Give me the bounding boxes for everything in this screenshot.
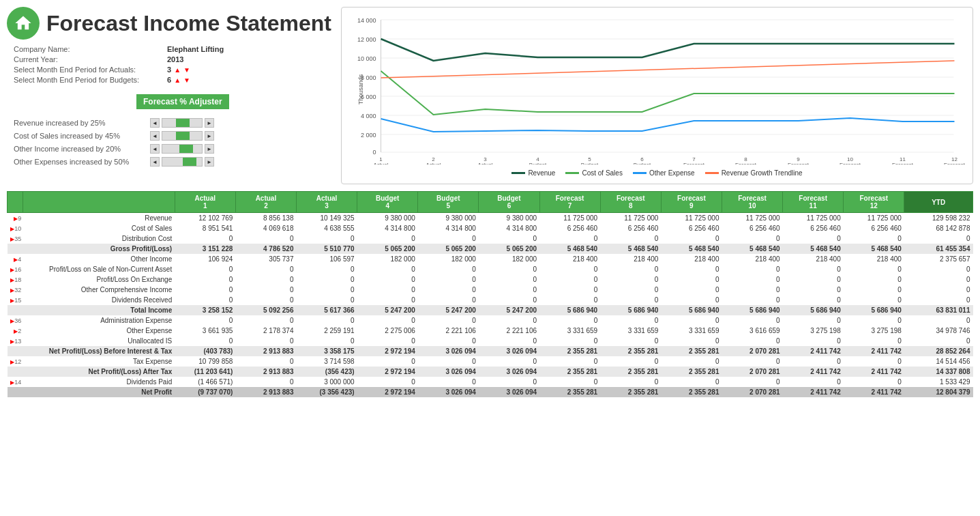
row-cell: 2 355 281 [539, 387, 600, 397]
row-cell: 0 [539, 377, 600, 387]
company-name-label: Company Name: [14, 45, 164, 53]
row-cell: 3 331 659 [661, 326, 722, 336]
row-cell: 3 026 094 [479, 367, 539, 377]
row-cell: 182 000 [357, 254, 418, 264]
table-row: ▶10Cost of Sales8 951 5414 069 6184 638 … [8, 223, 973, 233]
row-cell: 3 000 000 [296, 377, 357, 387]
revenue-slider-track[interactable] [162, 118, 203, 128]
cost-sales-slider-track[interactable] [162, 131, 203, 141]
row-cell: 11 725 000 [844, 213, 904, 224]
col-actual-3: Actual3 [296, 192, 357, 213]
adjuster-section: Forecast % Adjuster [7, 94, 327, 115]
row-cell: 129 598 232 [904, 213, 973, 224]
current-year-value: 2013 [167, 55, 327, 63]
svg-text:Forecast: Forecast [788, 162, 810, 164]
row-cell: 0 [418, 377, 479, 387]
row-cell: 2 259 191 [296, 326, 357, 336]
other-income-slider-right[interactable]: ► [205, 144, 214, 154]
other-expenses-slider-track[interactable] [162, 157, 203, 167]
row-cell: 34 978 746 [904, 326, 973, 336]
row-cell: 5 065 200 [479, 244, 539, 254]
row-cell: 0 [783, 295, 844, 305]
budgets-arrow-down[interactable]: ▼ [183, 76, 190, 84]
row-cell: 0 [600, 377, 661, 387]
col-forecast-12: Forecast12 [844, 192, 904, 213]
row-cell: 0 [844, 233, 904, 244]
row-cell: 5 092 256 [235, 305, 296, 315]
title-section: Forecast Income Statement [7, 7, 334, 40]
other-income-slider[interactable]: ◄ ► [150, 144, 327, 154]
actuals-arrow-up[interactable]: ▲ [174, 66, 181, 74]
row-cell: 0 [844, 336, 904, 346]
budgets-arrow-up[interactable]: ▲ [174, 76, 181, 84]
row-cell: 0 [661, 315, 722, 326]
adjuster-title: Forecast % Adjuster [136, 94, 229, 109]
legend-revenue: Revenue [511, 169, 555, 177]
row-cell: 0 [479, 315, 539, 326]
row-cell: 0 [479, 356, 539, 367]
row-cell: 0 [661, 274, 722, 285]
other-expenses-slider[interactable]: ◄ ► [150, 157, 327, 167]
row-cell: 0 [844, 295, 904, 305]
row-cell: 0 [722, 285, 782, 295]
row-cell: 0 [600, 274, 661, 285]
sliders-section: Revenue increased by 25% ◄ ► Cost of Sal… [7, 118, 327, 167]
row-cell: 0 [722, 336, 782, 346]
y-label-0: 0 [372, 149, 376, 156]
revenue-slider-right[interactable]: ► [205, 118, 214, 128]
legend-other-expense-dot [633, 172, 647, 174]
row-label: Profit/Loss on Sale of Non-Current Asset [23, 264, 175, 274]
row-cell: 0 [722, 315, 782, 326]
row-cell: 0 [296, 233, 357, 244]
other-expenses-slider-left[interactable]: ◄ [150, 157, 160, 167]
row-cell: 0 [844, 285, 904, 295]
row-cell: (403 783) [175, 346, 235, 356]
svg-text:Actual: Actual [477, 162, 492, 164]
cost-sales-slider[interactable]: ◄ ► [150, 131, 327, 141]
row-cell: 2 070 281 [722, 387, 782, 397]
row-number: ▶16 [8, 264, 23, 274]
row-cell: 5 468 540 [600, 244, 661, 254]
cost-sales-slider-right[interactable]: ► [205, 131, 214, 141]
other-income-slider-track[interactable] [162, 144, 203, 154]
row-cell: 0 [600, 264, 661, 274]
row-cell: 2 070 281 [722, 367, 782, 377]
table-row: ▶4Other Income106 924305 737106 597182 0… [8, 254, 973, 264]
row-cell: 0 [418, 274, 479, 285]
other-income-slider-left[interactable]: ◄ [150, 144, 160, 154]
row-cell: 2 913 883 [235, 387, 296, 397]
revenue-slider-left[interactable]: ◄ [150, 118, 160, 128]
other-income-slider-thumb [179, 145, 193, 153]
row-cell: 5 065 200 [418, 244, 479, 254]
table-row: ▶16Profit/Loss on Sale of Non-Current As… [8, 264, 973, 274]
row-cell: (11 203 641) [175, 367, 235, 377]
row-cell: 2 355 281 [600, 346, 661, 356]
other-expenses-slider-right[interactable]: ► [205, 157, 214, 167]
row-number [8, 367, 23, 377]
row-cell: 0 [539, 336, 600, 346]
row-cell: 5 686 940 [722, 305, 782, 315]
row-label: Unallocated IS [23, 336, 175, 346]
cost-sales-slider-left[interactable]: ◄ [150, 131, 160, 141]
row-number: ▶12 [8, 356, 23, 367]
row-cell: 0 [296, 315, 357, 326]
chart-section: 14 000 12 000 10 000 8 000 6 000 4 000 2… [341, 7, 973, 184]
revenue-slider[interactable]: ◄ ► [150, 118, 327, 128]
row-cell: 0 [235, 356, 296, 367]
row-cell: 11 725 000 [722, 213, 782, 224]
row-cell: 0 [904, 285, 973, 295]
row-cell: 218 400 [844, 254, 904, 264]
actuals-arrow-down[interactable]: ▼ [183, 66, 190, 74]
table-row: ▶2Other Expense3 661 9352 178 3742 259 1… [8, 326, 973, 336]
row-cell: 61 455 354 [904, 244, 973, 254]
row-label: Dividends Received [23, 295, 175, 305]
row-cell: 0 [235, 315, 296, 326]
row-cell: 218 400 [783, 254, 844, 264]
row-cell: 0 [235, 336, 296, 346]
row-label: Net Profit/(Loss) Before Interest & Tax [23, 346, 175, 356]
row-cell: 0 [235, 285, 296, 295]
row-cell: 0 [844, 264, 904, 274]
row-cell: 0 [661, 264, 722, 274]
row-number [8, 244, 23, 254]
row-cell: 0 [479, 274, 539, 285]
